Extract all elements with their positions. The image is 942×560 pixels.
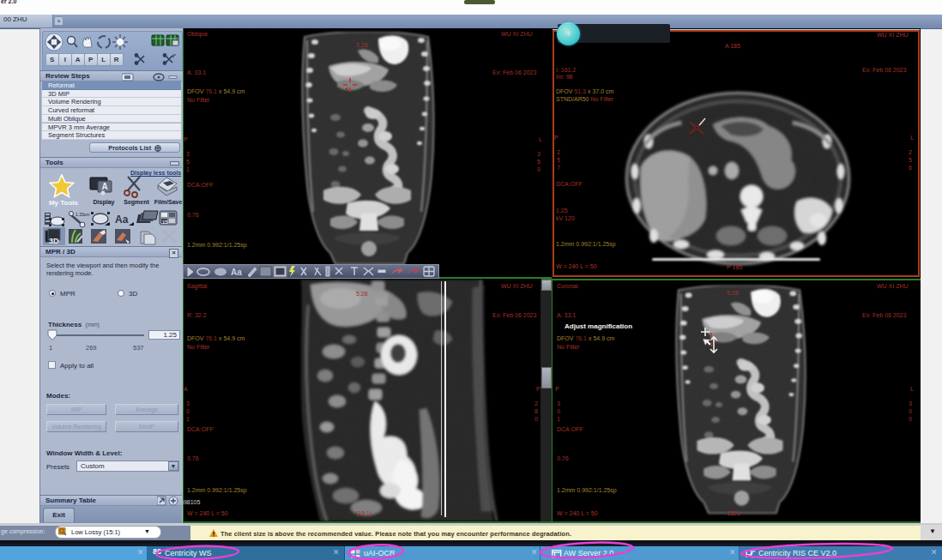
svg-text:15: 15 bbox=[162, 220, 168, 225]
svg-text:A: A bbox=[101, 182, 107, 191]
svg-text:3D: 3D bbox=[49, 237, 59, 245]
svg-text:1.33cm: 1.33cm bbox=[75, 212, 89, 217]
svg-text:Aa: Aa bbox=[115, 214, 129, 226]
svg-text:Aa: Aa bbox=[231, 268, 242, 277]
